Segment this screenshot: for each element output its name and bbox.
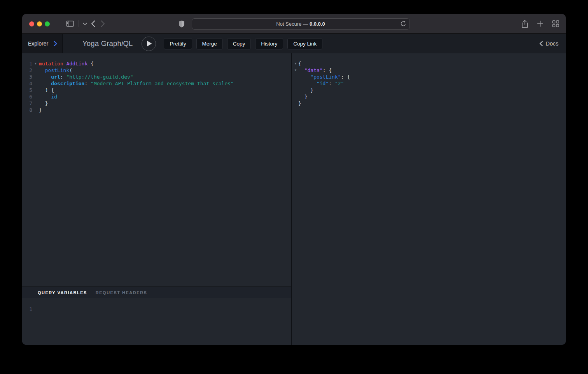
fold-spacer: [293, 100, 298, 107]
code-line: }: [293, 87, 566, 93]
code-line: "id": "2": [293, 80, 566, 87]
fold-spacer: [32, 107, 39, 113]
bottom-tabs: QUERY VARIABLES REQUEST HEADERS: [22, 286, 291, 298]
docs-toggle[interactable]: Docs: [539, 40, 558, 47]
docs-label: Docs: [546, 40, 558, 47]
code-line: }: [293, 100, 566, 107]
code-text: ) {: [39, 87, 54, 93]
code-line: 2 postLink(: [22, 67, 291, 74]
code-line: 3 url: "http://the-guild.dev": [22, 74, 291, 80]
chevron-down-icon[interactable]: [83, 23, 87, 25]
fold-arrow-icon[interactable]: ▾: [293, 60, 298, 67]
code-text: postLink(: [39, 67, 72, 74]
line-number: 1: [22, 306, 32, 313]
fold-spacer: [32, 80, 39, 87]
tab-overview-icon[interactable]: [552, 20, 559, 27]
line-number: 5: [22, 87, 32, 93]
code-text: }: [39, 100, 48, 107]
line-number: 4: [22, 80, 32, 87]
line-number: 2: [22, 67, 32, 74]
privacy-shield-icon[interactable]: [178, 20, 185, 28]
line-number: 3: [22, 74, 32, 80]
line-number: 8: [22, 107, 32, 113]
fold-spacer: [32, 306, 39, 313]
fold-arrow-icon[interactable]: ▾: [32, 60, 39, 67]
play-icon: [147, 40, 152, 47]
share-icon[interactable]: [522, 20, 528, 28]
query-editor[interactable]: 1▾mutation AddLink {2 postLink(3 url: "h…: [22, 53, 291, 286]
code-line: 6 id: [22, 93, 291, 100]
titlebar-right-controls: [410, 20, 560, 28]
titlebar-left-controls: [29, 20, 178, 27]
code-line: 4 description: "Modern API Platform and …: [22, 80, 291, 87]
traffic-lights: [29, 21, 50, 26]
url-host: 0.0.0.0: [310, 21, 325, 27]
forward-button-icon[interactable]: [101, 20, 105, 27]
address-bar[interactable]: Not Secure — 0.0.0.0: [192, 18, 410, 30]
line-number: 6: [22, 93, 32, 100]
code-text: }: [298, 93, 307, 100]
main-content: 1▾mutation AddLink {2 postLink(3 url: "h…: [22, 53, 566, 345]
code-text: mutation AddLink {: [39, 60, 94, 67]
code-line: 5 ) {: [22, 87, 291, 93]
browser-window: Not Secure — 0.0.0.0: [22, 14, 566, 345]
history-button[interactable]: History: [255, 38, 283, 49]
fold-spacer: [32, 100, 39, 107]
code-line: 7 }: [22, 100, 291, 107]
chevron-left-icon: [539, 41, 543, 46]
fold-spacer: [293, 80, 298, 87]
fold-spacer: [32, 93, 39, 100]
fold-spacer: [293, 87, 298, 93]
fold-spacer: [32, 74, 39, 80]
app-title: Yoga GraphiQL: [82, 39, 133, 48]
back-button-icon[interactable]: [91, 20, 95, 27]
fullscreen-button[interactable]: [45, 21, 50, 26]
variables-editor[interactable]: 1: [22, 298, 291, 345]
fold-spacer: [293, 93, 298, 100]
code-text: "id": "2": [298, 80, 344, 87]
explorer-label: Explorer: [28, 40, 48, 47]
tab-request-headers[interactable]: REQUEST HEADERS: [96, 290, 147, 295]
code-text: }: [298, 87, 313, 93]
reload-icon[interactable]: [401, 21, 406, 27]
line-number: 1: [22, 60, 32, 67]
code-text: id: [39, 93, 57, 100]
minimize-button[interactable]: [37, 21, 42, 26]
fold-spacer: [293, 74, 298, 80]
url-security-label: Not Secure —: [276, 21, 308, 27]
response-viewer[interactable]: ▾{▾ "data": { "postLink": { "id": "2" } …: [292, 53, 566, 345]
fold-arrow-icon[interactable]: ▾: [293, 67, 298, 74]
new-tab-icon[interactable]: [537, 21, 543, 27]
code-line: 1▾mutation AddLink {: [22, 60, 291, 67]
code-line: ▾ "data": {: [293, 67, 566, 74]
code-line: 8}: [22, 107, 291, 113]
copy-link-button[interactable]: Copy Link: [287, 38, 322, 49]
code-text: }: [39, 107, 42, 113]
code-text: "data": {: [298, 67, 332, 74]
fold-spacer: [32, 87, 39, 93]
tab-query-variables[interactable]: QUERY VARIABLES: [38, 290, 87, 295]
code-line: ▾{: [293, 60, 566, 67]
query-pane: 1▾mutation AddLink {2 postLink(3 url: "h…: [22, 53, 291, 345]
code-line: }: [293, 93, 566, 100]
sidebar-toggle-icon[interactable]: [66, 21, 74, 27]
graphiql-toolbar: Explorer Yoga GraphiQL Prettify Merge Co…: [22, 34, 566, 53]
code-text: "postLink": {: [298, 74, 350, 80]
fold-spacer: [32, 67, 39, 74]
code-text: }: [298, 100, 301, 107]
code-text: description: "Modern API Platform and ec…: [39, 80, 234, 87]
execute-query-button[interactable]: [142, 37, 156, 51]
line-number: 7: [22, 100, 32, 107]
merge-button[interactable]: Merge: [196, 38, 223, 49]
toolbar-buttons: Prettify Merge Copy History Copy Link: [164, 38, 322, 49]
prettify-button[interactable]: Prettify: [164, 38, 192, 49]
explorer-toggle[interactable]: Explorer: [22, 34, 63, 53]
chevron-right-icon: [54, 41, 57, 46]
titlebar-divider: [79, 20, 79, 27]
copy-button[interactable]: Copy: [227, 38, 251, 49]
close-button[interactable]: [29, 21, 34, 26]
code-line: "postLink": {: [293, 74, 566, 80]
code-text: {: [298, 60, 301, 67]
code-line: 1: [22, 306, 291, 313]
browser-titlebar: Not Secure — 0.0.0.0: [22, 14, 566, 34]
